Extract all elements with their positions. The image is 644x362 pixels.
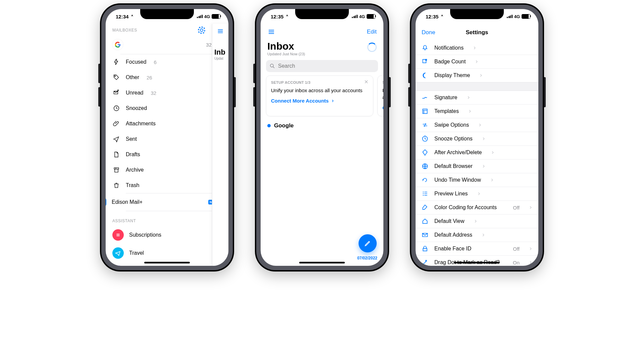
mail-icon [421,232,429,238]
battery-icon [522,14,530,19]
setting-default-browser[interactable]: Default Browser [416,160,538,173]
undo-icon [421,177,429,183]
edison-icon [106,198,106,206]
menu-button[interactable] [267,28,275,36]
chevron-right-icon [474,59,479,64]
chevron-right-icon [528,246,533,251]
clip-icon [112,120,120,127]
connect-link[interactable]: Connect More Accounts [271,98,368,104]
battery-icon [212,14,220,19]
setting-badge-count[interactable]: Badge Count [416,55,538,69]
setting-snooze-options[interactable]: Snooze Options [416,132,538,146]
location-icon [130,14,135,19]
hamburger-icon[interactable] [212,24,228,39]
close-button[interactable] [364,79,369,84]
setting-drag-dot-to-mark-as-read-[interactable]: Drag Dot to Mark as Read?On [416,256,538,266]
inbox-edge-panel: Inb Updat [212,24,228,266]
setting-default-view[interactable]: Default View [416,215,538,228]
setting-value: Off [513,246,520,252]
badge-icon [421,58,429,65]
assistant-travel[interactable]: Travel [106,244,228,262]
setting-label: Undo Time Window [434,177,481,183]
setting-preview-lines[interactable]: Preview Lines [416,187,538,201]
edit-button[interactable]: Edit [367,28,377,35]
setting-color-coding-for-accounts[interactable]: Color Coding for AccountsOff [416,201,538,215]
done-button[interactable]: Done [422,29,435,36]
assistant-label: Travel [129,250,144,256]
folder-sent[interactable]: Sent [106,131,228,147]
edge-title: Inb [212,45,228,57]
account-header[interactable]: Google [261,121,383,130]
search-field[interactable] [266,60,378,72]
edge-subtitle: Updat [212,57,228,60]
setting-value: Off [513,205,520,210]
tpl-icon [421,108,429,115]
setting-display-theme[interactable]: Display Theme [416,69,538,82]
folder-focused[interactable]: Focused6 [106,54,228,70]
folder-unread[interactable]: Unread32 [106,85,228,101]
status-time: 12:34 [116,14,128,19]
setting-notifications[interactable]: Notifications [416,41,538,55]
bolt-icon [112,59,120,65]
assistant-list: SubscriptionsTravelPackages [106,226,228,266]
setting-undo-time-window[interactable]: Undo Time Window [416,173,538,187]
trash-icon [112,182,120,189]
network-label: 4G [514,14,520,19]
setup-card-2[interactable]: SE Fi an Co [377,75,383,116]
sig-icon [421,94,429,101]
tag-icon [112,74,120,81]
assistant-label: Subscriptions [129,232,161,238]
folder-trash[interactable]: Trash [106,178,228,193]
globe-icon [421,163,429,170]
signal-icon [197,15,203,18]
search-input[interactable] [277,63,375,69]
setting-default-address[interactable]: Default Address [416,228,538,242]
paint-icon [421,204,429,211]
mailboxes-header: MAILBOXES [112,28,137,33]
folder-label: Drafts [126,152,140,158]
signal-icon [352,15,358,18]
folder-snoozed[interactable]: Snoozed [106,101,228,116]
chevron-right-icon [466,95,471,100]
folder-other[interactable]: Other26 [106,70,228,85]
chevron-right-icon [481,233,486,237]
setting-label: Preview Lines [434,191,468,197]
assistant-subscriptions[interactable]: Subscriptions [106,226,228,244]
edison-mail-plus[interactable]: Edison Mail+ NEW [106,193,228,211]
settings-title: Settings [466,29,488,36]
folder-attachments[interactable]: Attachments [106,116,228,131]
connect-link[interactable]: Co [382,105,383,111]
phone-settings: 12:35 4G Done Settings NotificationsBadg… [410,3,544,272]
settings-button[interactable] [198,26,206,34]
folder-archive[interactable]: Archive [106,162,228,178]
account-row[interactable]: 32 [106,38,228,54]
send-icon [112,136,120,142]
location-icon [285,14,289,19]
setting-label: Swipe Options [434,122,469,128]
compose-button[interactable] [359,234,377,252]
location-icon [440,14,444,19]
date-label: 07/02/2022 [357,256,377,260]
setting-swipe-options[interactable]: Swipe Options [416,118,538,132]
snooze-icon [421,135,429,142]
folder-label: Unread [126,90,143,96]
setup-card[interactable]: SETUP ACCOUNT 1/3 Unify your inbox acros… [266,75,373,116]
chevron-right-icon [473,219,478,224]
moon-icon [421,72,429,79]
google-avatar-icon [112,39,123,50]
doc-icon [112,151,120,158]
inbox-title: Inbox [267,41,294,52]
setting-after-archive-delete[interactable]: After Archive/Delete [416,146,538,160]
setting-label: Snooze Options [434,136,473,142]
setup-desc: Fi an [382,87,383,101]
chevron-right-icon [468,109,472,114]
folder-drafts[interactable]: Drafts [106,147,228,162]
inbox-subtitle: Updated Just Now (23) [261,52,383,59]
setting-templates[interactable]: Templates [416,105,538,118]
setting-enable-face-id[interactable]: Enable Face IDOff [416,242,538,256]
setting-signature[interactable]: Signature [416,91,538,105]
setting-label: Display Theme [434,72,470,78]
folder-count: 6 [154,59,156,65]
setup-desc: Unify your inbox across all your account… [271,87,368,94]
chevron-right-icon [478,123,482,127]
